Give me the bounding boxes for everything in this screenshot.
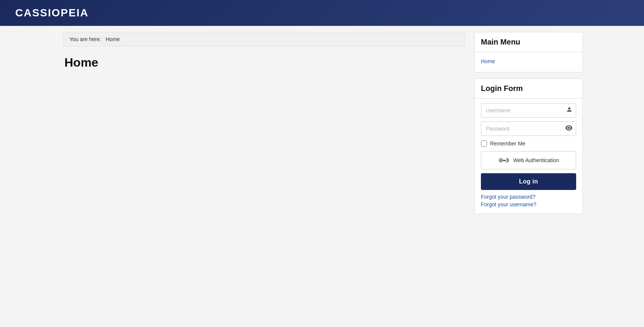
- web-auth-label: Web Authentication: [513, 157, 559, 163]
- page-title: Home: [63, 56, 465, 70]
- username-input[interactable]: [481, 103, 576, 118]
- main-menu-home-link[interactable]: Home: [481, 57, 576, 66]
- webauthn-icon: [498, 156, 509, 164]
- remember-me-row: Remember Me: [481, 140, 576, 147]
- svg-rect-3: [505, 160, 506, 161]
- login-form-heading: Login Form: [475, 79, 582, 99]
- login-button[interactable]: Log in: [481, 173, 576, 190]
- forgot-username-link[interactable]: Forgot your username?: [481, 201, 576, 207]
- site-header: CASSIOPEIA: [0, 0, 644, 26]
- breadcrumb-current: Home: [106, 36, 120, 42]
- main-menu-heading: Main Menu: [475, 32, 582, 52]
- remember-me-label[interactable]: Remember Me: [490, 140, 525, 147]
- main-menu-body: Home: [475, 52, 582, 72]
- password-input[interactable]: [481, 121, 576, 136]
- forgot-password-link[interactable]: Forgot your password?: [481, 194, 576, 200]
- sidebar: Main Menu Home Login Form: [474, 26, 589, 214]
- site-logo: CASSIOPEIA: [15, 7, 89, 19]
- breadcrumb: You are here: Home: [63, 32, 465, 46]
- svg-rect-4: [504, 160, 505, 161]
- breadcrumb-prefix: You are here:: [69, 36, 101, 42]
- username-field-wrapper: [481, 103, 576, 118]
- content-area: You are here: Home Home: [55, 26, 465, 214]
- svg-point-1: [500, 160, 501, 161]
- login-form-body: Remember Me: [475, 99, 582, 214]
- web-auth-button[interactable]: Web Authentication: [481, 151, 576, 169]
- main-menu-module: Main Menu Home: [474, 32, 583, 72]
- remember-me-checkbox[interactable]: [481, 140, 487, 147]
- login-form: Remember Me: [481, 103, 576, 207]
- forgot-links: Forgot your password? Forgot your userna…: [481, 194, 576, 207]
- main-layout: You are here: Home Home Main Menu Home L…: [55, 26, 589, 214]
- login-form-module: Login Form: [474, 78, 583, 214]
- password-field-wrapper: [481, 121, 576, 136]
